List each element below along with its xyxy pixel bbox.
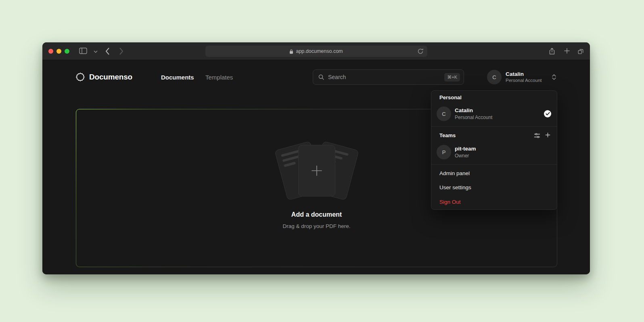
account-name: Catalin bbox=[506, 71, 542, 77]
brand[interactable]: Documenso bbox=[75, 72, 132, 82]
search-bar[interactable]: ⌘+K bbox=[313, 69, 464, 85]
personal-account-name: Catalin bbox=[455, 107, 473, 113]
window-controls bbox=[48, 49, 69, 54]
menu-heading-teams: Teams bbox=[439, 132, 456, 138]
url-text: app.documenso.com bbox=[296, 48, 343, 54]
refresh-icon[interactable] bbox=[417, 48, 424, 54]
forward-button[interactable] bbox=[119, 47, 124, 55]
manage-teams-sliders-icon[interactable] bbox=[534, 132, 540, 139]
back-button[interactable] bbox=[105, 47, 110, 55]
account-menu-trigger[interactable]: C Catalin Personal Account bbox=[487, 70, 556, 84]
personal-account-avatar: C bbox=[437, 107, 451, 121]
team-role: Owner bbox=[455, 153, 469, 159]
menu-divider bbox=[431, 164, 557, 165]
menu-item-admin-panel[interactable]: Admin panel bbox=[436, 166, 552, 180]
close-window-button[interactable] bbox=[48, 49, 53, 54]
chevron-up-down-icon bbox=[552, 74, 556, 80]
nav-item-documents[interactable]: Documents bbox=[161, 74, 194, 81]
account-dropdown-menu: Personal C Catalin Personal Account Team… bbox=[431, 90, 557, 210]
document-stack-illustration bbox=[264, 142, 369, 210]
browser-toolbar: app.documenso.com bbox=[42, 42, 590, 60]
tab-overview-icon[interactable] bbox=[577, 48, 584, 55]
menu-item-user-settings[interactable]: User settings bbox=[436, 180, 552, 194]
selected-check-icon bbox=[544, 110, 551, 117]
team-avatar: P bbox=[437, 145, 451, 159]
share-icon[interactable] bbox=[548, 47, 556, 56]
search-shortcut-badge: ⌘+K bbox=[444, 73, 460, 82]
document-card-center bbox=[298, 145, 335, 197]
account-avatar: C bbox=[487, 70, 502, 84]
personal-account-subtitle: Personal Account bbox=[455, 115, 492, 120]
menu-item-sign-out[interactable]: Sign Out bbox=[436, 195, 552, 209]
lock-icon bbox=[289, 49, 293, 54]
team-name: pit-team bbox=[455, 146, 476, 152]
brand-name: Documenso bbox=[89, 73, 132, 82]
address-bar[interactable]: app.documenso.com bbox=[205, 46, 427, 57]
nav-item-templates[interactable]: Templates bbox=[205, 74, 233, 81]
add-document-plus-icon bbox=[309, 163, 324, 178]
browser-window: app.documenso.com bbox=[42, 42, 590, 274]
new-tab-plus-icon[interactable] bbox=[564, 48, 570, 54]
add-team-plus-icon[interactable] bbox=[545, 132, 551, 138]
minimize-window-button[interactable] bbox=[56, 49, 61, 54]
sidebar-menu-chevron-down-icon[interactable] bbox=[94, 50, 98, 53]
dropzone-title: Add a document bbox=[76, 211, 557, 218]
zoom-window-button[interactable] bbox=[65, 49, 69, 54]
search-icon bbox=[318, 74, 324, 80]
app-content: Documenso Documents Templates ⌘+K C Cata… bbox=[42, 60, 590, 274]
dropzone-subtitle: Drag & drop your PDF here. bbox=[76, 223, 557, 229]
menu-heading-personal: Personal bbox=[439, 94, 462, 100]
sidebar-toggle-icon[interactable] bbox=[79, 48, 87, 54]
search-input[interactable] bbox=[328, 74, 444, 80]
menu-divider bbox=[431, 126, 557, 127]
account-subtitle: Personal Account bbox=[506, 77, 542, 83]
documenso-logo-icon bbox=[75, 72, 86, 82]
